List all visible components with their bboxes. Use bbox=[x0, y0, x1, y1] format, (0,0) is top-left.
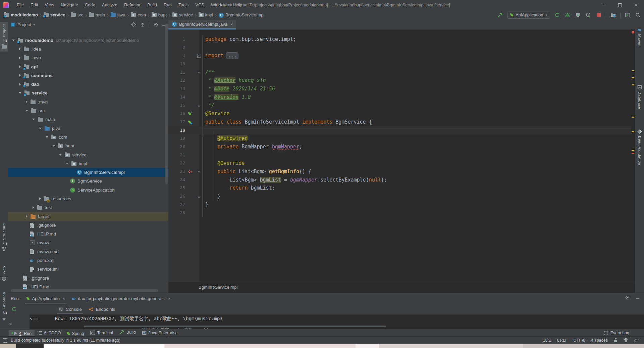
gutter-line-22[interactable]: 22 bbox=[168, 159, 188, 167]
inspection-mark[interactable] bbox=[632, 131, 634, 132]
tree-item-resources[interactable]: resources bbox=[8, 194, 168, 203]
gutter-line-24[interactable]: 24 bbox=[168, 176, 188, 184]
hide-panel-button[interactable] bbox=[636, 295, 639, 300]
code-line-16[interactable]: 16✓@Service bbox=[168, 110, 631, 118]
tree-item-BgmService[interactable]: IBgmService bbox=[8, 177, 168, 186]
menu-refactor[interactable]: Refactor bbox=[121, 0, 144, 10]
code-line-23[interactable]: 23o↑▾ public List<Bgm> getBgmInfo() { bbox=[168, 167, 631, 176]
breadcrumb-main[interactable]: main bbox=[88, 12, 106, 18]
menu-view[interactable]: View bbox=[41, 0, 57, 10]
build-hammer-button[interactable] bbox=[497, 11, 503, 19]
inspection-mark[interactable] bbox=[632, 84, 634, 85]
inspection-mark[interactable] bbox=[632, 153, 634, 154]
tree-item-service.iml[interactable]: service.iml bbox=[8, 265, 168, 274]
gear-icon[interactable] bbox=[625, 295, 630, 300]
menu-run[interactable]: Run bbox=[160, 0, 175, 10]
toolwindow-tab-6-todo[interactable]: 6: TODO bbox=[35, 329, 64, 337]
code-line-19[interactable]: 19 @Autowired bbox=[168, 134, 631, 143]
view-tab-endpoints[interactable]: Endpoints bbox=[85, 304, 119, 315]
tree-item-target[interactable]: target bbox=[8, 212, 168, 221]
code-line-1[interactable]: 1package com.bupt.service.impl; bbox=[168, 35, 631, 44]
collapse-toggle[interactable] bbox=[39, 128, 42, 129]
tree-item-mvnw.cmd[interactable]: mvnw.cmd bbox=[8, 247, 168, 256]
gutter-line-16[interactable]: 16 bbox=[168, 110, 188, 118]
inspection-mark[interactable] bbox=[632, 117, 634, 118]
breadcrumb-service[interactable]: service bbox=[172, 12, 194, 18]
caret-position[interactable]: 18:1 bbox=[543, 338, 551, 343]
menu-tools[interactable]: Tools bbox=[175, 0, 192, 10]
tree-item-.gitignore[interactable]: .gitignore bbox=[8, 221, 168, 229]
editor-tab-bgminfoserviceimpl[interactable]: C BgmInfoServiceImpl.java × bbox=[168, 20, 236, 29]
inspection-mark[interactable] bbox=[632, 77, 634, 78]
close-icon[interactable]: × bbox=[63, 296, 65, 301]
view-tab-console[interactable]: Console bbox=[55, 304, 85, 315]
code-line-17[interactable]: 17public class BgmInfoServiceImpl implem… bbox=[168, 118, 631, 126]
code-line-10[interactable]: 10 bbox=[168, 60, 631, 68]
code-editor[interactable]: 1package com.bupt.service.impl;23+import… bbox=[168, 29, 631, 282]
tree-item-service[interactable]: service bbox=[8, 150, 168, 159]
toolwindow-toggle-icon[interactable] bbox=[3, 338, 7, 343]
fold-marker[interactable]: ▴ bbox=[196, 192, 203, 201]
tree-item-src[interactable]: src bbox=[8, 106, 168, 115]
collapse-toggle[interactable] bbox=[25, 110, 28, 112]
breadcrumb-impl[interactable]: impl bbox=[198, 12, 214, 18]
line-ending[interactable]: CRLF bbox=[557, 338, 568, 343]
stripe-tab-database[interactable]: Database bbox=[635, 82, 644, 112]
expand-toggle[interactable] bbox=[19, 83, 21, 86]
unlocked-lock-icon[interactable] bbox=[613, 338, 618, 343]
gutter-line-12[interactable]: 12 bbox=[168, 76, 188, 85]
tree-item-.gitignore[interactable]: .gitignore bbox=[8, 274, 168, 282]
expand-toggle[interactable] bbox=[19, 74, 21, 77]
gutter-line-11[interactable]: 11 bbox=[168, 68, 188, 77]
hector-inspections-icon[interactable] bbox=[624, 338, 628, 343]
code-line-14[interactable]: 14 * @Version 1.0 bbox=[168, 93, 631, 101]
tree-item-ServiceApplication[interactable]: ServiceApplication bbox=[8, 186, 168, 194]
tree-item-.idea[interactable]: .idea bbox=[8, 45, 168, 53]
expand-toggle[interactable] bbox=[19, 48, 21, 50]
code-line-20[interactable]: 20 private BgmMapper bgmMapper; bbox=[168, 143, 631, 151]
fold-marker[interactable]: + bbox=[196, 52, 203, 60]
code-line-15[interactable]: 15▴ */ bbox=[168, 101, 631, 110]
collapse-toggle[interactable] bbox=[19, 92, 21, 94]
breadcrumb-moduledemo[interactable]: moduledemo bbox=[3, 12, 39, 18]
project-vertical-scrollbar[interactable] bbox=[165, 24, 168, 184]
expand-toggle[interactable] bbox=[19, 65, 21, 68]
tree-item-java[interactable]: java bbox=[8, 124, 168, 133]
breadcrumb-java[interactable]: java bbox=[110, 12, 126, 18]
fold-marker[interactable]: ▾ bbox=[196, 68, 203, 77]
stripe-tab-bean-validation[interactable]: Bean Validation bbox=[635, 127, 644, 167]
gutter-line-21[interactable]: 21 bbox=[168, 151, 188, 159]
rerun-button[interactable] bbox=[11, 305, 17, 313]
stripe-tab-favorites[interactable]: 2: Favorites★ bbox=[0, 290, 8, 324]
stripe-tab-structure[interactable]: 7: Structure bbox=[0, 221, 8, 254]
gutter-line-2[interactable]: 2 bbox=[168, 44, 188, 52]
code-line-25[interactable]: 25 return bgmList; bbox=[168, 184, 631, 192]
stop-button[interactable] bbox=[595, 11, 602, 19]
stripe-tab-web[interactable]: Web bbox=[0, 264, 8, 283]
expand-toggle[interactable] bbox=[33, 206, 34, 209]
collapse-toggle[interactable] bbox=[66, 163, 68, 164]
debug-button[interactable] bbox=[564, 11, 571, 19]
gutter-line-17[interactable]: 17 bbox=[168, 118, 188, 126]
tree-item-dao[interactable]: dao bbox=[8, 80, 168, 88]
gutter-line-27[interactable]: 27 bbox=[168, 201, 188, 209]
gutter-line-23[interactable]: 23 bbox=[168, 167, 188, 176]
collapse-toggle[interactable] bbox=[52, 145, 55, 147]
maximize-button[interactable] bbox=[612, 0, 628, 10]
fold-marker[interactable]: ▴ bbox=[196, 101, 203, 110]
event-log-button[interactable]: Event Log bbox=[603, 331, 629, 336]
toolwindow-tab-java-enterprise[interactable]: Java Enterprise bbox=[139, 329, 181, 337]
run-config-combo[interactable]: ApiApplication ▾ bbox=[507, 11, 550, 19]
tree-item-HELP.md[interactable]: HELP.md bbox=[8, 230, 168, 238]
code-line-28[interactable]: 28 bbox=[168, 209, 631, 217]
code-line-13[interactable]: 13 * @Date 2020/1/4 21:56 bbox=[168, 85, 631, 93]
close-button[interactable]: × bbox=[628, 0, 644, 10]
tree-item-pom.xml[interactable]: mpom.xml bbox=[8, 256, 168, 265]
indent-setting[interactable]: 4 spaces bbox=[591, 338, 608, 343]
tree-item-mvnw[interactable]: ›mvnw bbox=[8, 238, 168, 247]
code-line-27[interactable]: 27} bbox=[168, 201, 631, 209]
tree-item-moduledemo[interactable]: moduledemoD:\project\springbootProject\m… bbox=[8, 36, 168, 45]
profiler-button[interactable] bbox=[585, 11, 592, 19]
breadcrumb-service[interactable]: service bbox=[43, 12, 66, 18]
tree-item-service[interactable]: service bbox=[8, 89, 168, 97]
